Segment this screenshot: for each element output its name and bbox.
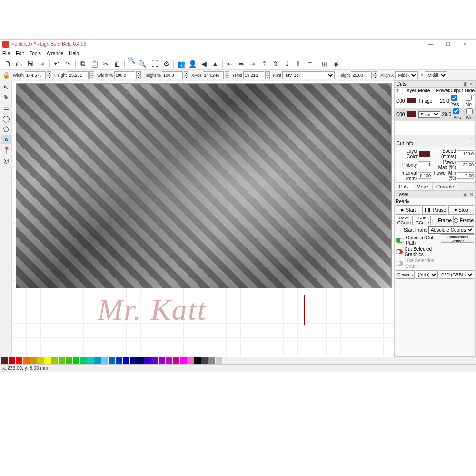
group-icon[interactable]: 👥 (176, 59, 186, 69)
open-icon[interactable]: 🗁 (14, 59, 24, 69)
palette-swatch[interactable] (123, 357, 129, 364)
palette-swatch[interactable] (109, 357, 115, 364)
palette-swatch[interactable] (216, 357, 222, 364)
speed-input[interactable] (457, 150, 474, 157)
panel-undock-icon[interactable]: ▣ (463, 192, 467, 197)
palette-swatch[interactable] (194, 357, 201, 364)
text-tool-icon[interactable]: A (1, 135, 11, 144)
tab-cuts[interactable]: Cuts (395, 183, 413, 190)
interval-input[interactable] (418, 172, 431, 179)
tab-console[interactable]: Console (432, 183, 458, 190)
palette-swatch[interactable] (130, 357, 137, 364)
palette-swatch[interactable] (144, 357, 151, 364)
canvas[interactable]: Mr. Katt (12, 80, 394, 357)
menu-arrange[interactable]: Arrange (47, 51, 64, 56)
menu-tools[interactable]: Tools (30, 51, 40, 56)
draw-tool-icon[interactable]: ✎ (1, 93, 11, 102)
palette-swatch[interactable] (59, 357, 65, 364)
palette-swatch[interactable] (73, 357, 79, 364)
palette-swatch[interactable] (66, 357, 72, 364)
settings-icon[interactable]: ⚙ (161, 59, 171, 69)
align-middle-icon[interactable]: ⇕ (270, 59, 281, 69)
run-gcode-button[interactable]: Run GCode (414, 216, 431, 225)
cuts-row[interactable]: C00 Scan 20.0 Yes No (395, 108, 475, 121)
ypos-input[interactable] (243, 71, 264, 79)
palette-swatch[interactable] (37, 357, 44, 364)
align-bottom-icon[interactable]: ⇣ (282, 59, 292, 69)
palette-swatch[interactable] (151, 357, 158, 364)
flip-v-icon[interactable]: ▲ (210, 59, 220, 69)
maximize-button[interactable]: ☐ (439, 40, 456, 49)
palette-swatch[interactable] (1, 357, 8, 364)
height-spinner[interactable]: ▴▾ (89, 71, 94, 79)
preview-icon[interactable]: ◉ (331, 59, 341, 69)
palette-swatch[interactable] (208, 357, 215, 364)
palette-swatch[interactable] (23, 357, 30, 364)
font-select[interactable]: MV Boli (282, 71, 335, 79)
device-machine-select[interactable]: C3D (GRBL) (439, 270, 474, 279)
device-auto-select[interactable]: (Auto) (416, 270, 438, 279)
palette-swatch[interactable] (166, 357, 172, 364)
fontheight-input[interactable] (351, 71, 372, 79)
devices-button[interactable]: Devices (396, 270, 415, 279)
palette-swatch[interactable] (159, 357, 165, 364)
alignx-select[interactable]: Middle (395, 71, 418, 79)
select-tool-icon[interactable]: ↖ (1, 82, 11, 92)
rect-tool-icon[interactable]: ▭ (1, 103, 11, 113)
offset-tool-icon[interactable]: ◎ (1, 156, 11, 165)
optimize-toggle[interactable] (396, 238, 404, 243)
frame-rect-button[interactable]: ▢ Frame (432, 216, 452, 225)
undo-icon[interactable]: ↶ (51, 59, 62, 69)
fontheight-spinner[interactable]: ▴▾ (373, 71, 377, 79)
canvas-text-object[interactable]: Mr. Katt (98, 292, 207, 327)
zoom-in-icon[interactable]: 🔍+ (127, 59, 137, 69)
palette-swatch[interactable] (116, 357, 122, 364)
pmax-input[interactable] (457, 161, 474, 168)
menu-file[interactable]: File (2, 51, 10, 56)
zoom-out-icon[interactable]: 🔍- (138, 59, 149, 69)
start-button[interactable]: ▶ Start (396, 205, 421, 215)
ypos-spinner[interactable]: ▴▾ (265, 71, 270, 79)
heightp-spinner[interactable]: ▴▾ (184, 71, 188, 79)
copy-icon[interactable]: ⧉ (78, 59, 88, 69)
widthp-input[interactable] (114, 71, 135, 79)
align-right-icon[interactable]: ⇥ (248, 59, 258, 69)
save-icon[interactable]: 🖫 (25, 59, 36, 69)
pmin-input[interactable] (457, 172, 474, 179)
layercolor-swatch[interactable] (419, 151, 430, 157)
palette-swatch[interactable] (80, 357, 87, 364)
palette-swatch[interactable] (16, 357, 22, 364)
palette-swatch[interactable] (30, 357, 37, 364)
mode-select[interactable]: Scan (418, 111, 440, 118)
palette-swatch[interactable] (180, 357, 187, 364)
width-spinner[interactable]: ▴▾ (47, 71, 51, 79)
panel-close-icon[interactable]: ✕ (469, 81, 473, 87)
align-center-icon[interactable]: ⇔ (236, 59, 247, 69)
flip-h-icon[interactable]: ◀ (198, 59, 209, 69)
output-checkbox[interactable] (453, 108, 459, 114)
palette-swatch[interactable] (137, 357, 144, 364)
lock-icon[interactable]: 🔒 (2, 71, 10, 79)
use-origin-toggle[interactable] (396, 261, 403, 266)
xpos-spinner[interactable]: ▴▾ (225, 71, 229, 79)
menu-edit[interactable]: Edit (16, 51, 24, 56)
xpos-input[interactable] (203, 71, 224, 79)
widthp-spinner[interactable]: ▴▾ (136, 71, 141, 79)
stop-button[interactable]: ■ Stop (448, 205, 474, 215)
chevron-down-icon[interactable]: ⌄ (395, 135, 475, 140)
save-gcode-button[interactable]: Save GCode (396, 216, 413, 225)
align-left-icon[interactable]: ⇤ (225, 59, 235, 69)
startfrom-select[interactable]: Absolute Coords (428, 226, 474, 234)
tab-move[interactable]: Move (413, 183, 433, 190)
position-tool-icon[interactable]: 📍 (1, 145, 11, 155)
frame-circle-button[interactable]: ◯ Frame (453, 216, 474, 225)
distribute-h-icon[interactable]: ⫴ (293, 59, 304, 69)
minimize-button[interactable]: — (422, 40, 439, 49)
palette-swatch[interactable] (51, 357, 58, 364)
cut-icon[interactable]: ✂ (100, 59, 111, 69)
hide-checkbox[interactable] (466, 108, 473, 114)
align-top-icon[interactable]: ⇡ (259, 59, 269, 69)
paste-icon[interactable]: 📋 (89, 59, 99, 69)
distribute-v-icon[interactable]: ≡ (305, 59, 315, 69)
new-icon[interactable]: 🗋 (2, 59, 13, 69)
